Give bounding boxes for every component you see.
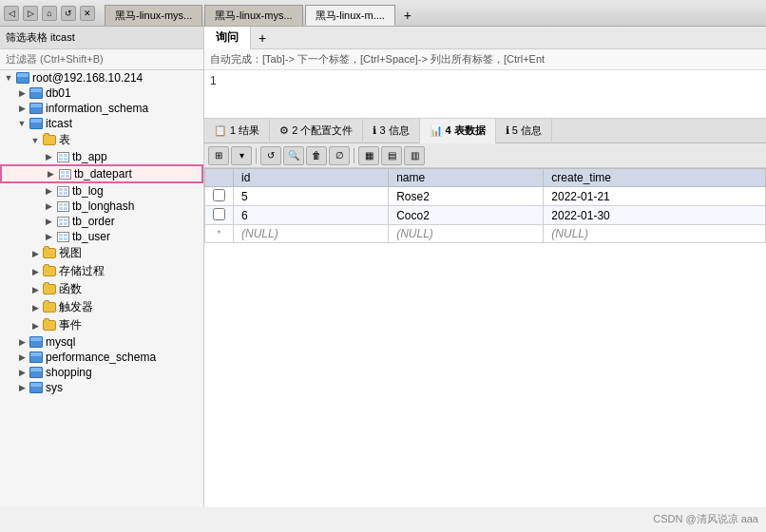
- query-tab-main[interactable]: 询问: [204, 27, 251, 49]
- expand-icon-shopping[interactable]: ▶: [15, 366, 29, 379]
- nav-forward[interactable]: ▷: [23, 6, 38, 21]
- expand-icon-db01[interactable]: ▶: [15, 86, 29, 100]
- expand-icon-information_schema[interactable]: ▶: [15, 102, 29, 115]
- tree-label-funcs_folder: 函数: [59, 281, 82, 297]
- tree-label-performance_schema: performance_schema: [46, 351, 156, 364]
- result-tab-label-0: 1 结果: [230, 124, 259, 138]
- result-tab-2[interactable]: ℹ3 信息: [363, 119, 419, 143]
- right-panel: 询问 + 自动完成：[Tab]-> 下一个标签，[Ctrl+Space]-> 列…: [204, 27, 766, 507]
- toolbar-filter-btn[interactable]: 🔍: [283, 146, 304, 165]
- expand-icon-tb_datepart[interactable]: ▶: [44, 167, 57, 180]
- tab-3-active[interactable]: 黑马-linux-m....: [305, 5, 395, 26]
- tree-label-root: root@192.168.10.214: [32, 71, 143, 85]
- toolbar-col3-btn[interactable]: ▥: [404, 146, 425, 165]
- tree-item-tb_log[interactable]: ▶tb_log: [0, 183, 203, 199]
- toolbar-col2-btn[interactable]: ▤: [381, 146, 402, 165]
- table-row[interactable]: 5Rose22022-01-21: [205, 187, 766, 206]
- query-editor[interactable]: 1: [204, 70, 766, 118]
- item-icon-itcast: [29, 117, 44, 130]
- tab-bar: 黑马-linux-mys... 黑马-linux-mys... 黑马-linux…: [103, 0, 762, 26]
- result-tab-1[interactable]: ⚙2 个配置文件: [270, 119, 363, 143]
- tree-item-tb_order[interactable]: ▶tb_order: [0, 214, 203, 229]
- cell-id: 6: [234, 206, 389, 225]
- expand-icon-funcs_folder[interactable]: ▶: [29, 283, 42, 296]
- tree-item-mysql[interactable]: ▶mysql: [0, 334, 203, 350]
- tree-item-root[interactable]: ▼root@192.168.10.214: [0, 70, 203, 86]
- tree-item-tables_folder[interactable]: ▼表: [0, 131, 203, 149]
- tree-item-itcast[interactable]: ▼itcast: [0, 116, 203, 131]
- result-tab-0[interactable]: 📋1 结果: [204, 119, 270, 143]
- stop-btn[interactable]: ✕: [80, 6, 95, 21]
- result-tab-label-1: 2 个配置文件: [292, 124, 353, 138]
- tab-1[interactable]: 黑马-linux-mys...: [105, 5, 202, 26]
- expand-icon-tb_user[interactable]: ▶: [42, 230, 55, 243]
- expand-icon-tb_order[interactable]: ▶: [42, 215, 55, 228]
- expand-icon-mysql[interactable]: ▶: [15, 335, 29, 349]
- table-row[interactable]: *(NULL)(NULL)(NULL): [205, 225, 766, 243]
- tree-item-events_folder[interactable]: ▶事件: [0, 316, 203, 334]
- tree-item-db01[interactable]: ▶db01: [0, 86, 203, 101]
- nav-back[interactable]: ◁: [4, 6, 19, 21]
- tree-label-db01: db01: [46, 86, 71, 100]
- tree-item-tb_app[interactable]: ▶tb_app: [0, 149, 203, 164]
- cell-name: (NULL): [389, 225, 544, 243]
- table-row[interactable]: 6Coco22022-01-30: [205, 206, 766, 225]
- item-icon-procs_folder: [42, 265, 57, 278]
- expand-icon-sys[interactable]: ▶: [15, 381, 29, 394]
- expand-icon-itcast[interactable]: ▼: [15, 117, 29, 130]
- expand-icon-tb_longhash[interactable]: ▶: [42, 200, 55, 213]
- expand-icon-procs_folder[interactable]: ▶: [29, 265, 42, 278]
- tree-label-information_schema: information_schema: [46, 102, 148, 115]
- expand-icon-events_folder[interactable]: ▶: [29, 319, 42, 332]
- tree-label-itcast: itcast: [46, 117, 72, 130]
- tab-add-button[interactable]: +: [397, 5, 418, 26]
- toolbar-null-btn[interactable]: ∅: [329, 146, 350, 165]
- tree-label-tb_log: tb_log: [72, 184, 104, 198]
- tree-item-views_folder[interactable]: ▶视图: [0, 244, 203, 262]
- tree-item-procs_folder[interactable]: ▶存储过程: [0, 262, 203, 280]
- toolbar-dropdown-btn[interactable]: ▾: [231, 146, 252, 165]
- cell-name: Rose2: [389, 187, 544, 206]
- toolbar-delete-btn[interactable]: 🗑: [306, 146, 327, 165]
- expand-icon-root[interactable]: ▼: [2, 71, 15, 85]
- item-icon-tb_datepart: [57, 167, 72, 180]
- tree-item-tb_user[interactable]: ▶tb_user: [0, 229, 203, 244]
- item-icon-information_schema: [29, 102, 44, 115]
- tree-item-tb_datepart[interactable]: ▶tb_datepart: [0, 164, 203, 183]
- expand-icon-tables_folder[interactable]: ▼: [29, 134, 42, 147]
- tree-item-performance_schema[interactable]: ▶performance_schema: [0, 350, 203, 365]
- tree-label-tb_order: tb_order: [72, 215, 115, 228]
- cell-id: 5: [234, 187, 389, 206]
- tree-item-shopping[interactable]: ▶shopping: [0, 365, 203, 380]
- expand-icon-triggers_folder[interactable]: ▶: [29, 301, 42, 314]
- home-btn[interactable]: ⌂: [42, 6, 57, 21]
- tree-item-sys[interactable]: ▶sys: [0, 380, 203, 395]
- expand-icon-performance_schema[interactable]: ▶: [15, 351, 29, 364]
- result-tab-icon-0: 📋: [214, 124, 227, 137]
- tree-item-funcs_folder[interactable]: ▶函数: [0, 280, 203, 298]
- toolbar-refresh-btn[interactable]: ↺: [260, 146, 281, 165]
- refresh-btn[interactable]: ↺: [61, 6, 76, 21]
- query-tab-add[interactable]: +: [251, 30, 274, 46]
- expand-icon-tb_app[interactable]: ▶: [42, 150, 55, 163]
- sidebar-filter[interactable]: 过滤器 (Ctrl+Shift+B): [0, 49, 203, 70]
- tree-label-tb_user: tb_user: [72, 230, 110, 243]
- tab-2[interactable]: 黑马-linux-mys...: [204, 5, 302, 26]
- tree-item-information_schema[interactable]: ▶information_schema: [0, 101, 203, 116]
- toolbar-col1-btn[interactable]: ▦: [358, 146, 379, 165]
- watermark: CSDN @清风说凉 aaa: [653, 512, 758, 526]
- toolbar-grid-btn[interactable]: ⊞: [208, 146, 229, 165]
- item-icon-views_folder: [42, 247, 57, 260]
- tree-item-triggers_folder[interactable]: ▶触发器: [0, 298, 203, 316]
- tree-label-tb_app: tb_app: [72, 150, 107, 163]
- result-tab-label-3: 4 表数据: [446, 124, 486, 138]
- expand-icon-views_folder[interactable]: ▶: [29, 247, 42, 260]
- tree-label-triggers_folder: 触发器: [59, 299, 93, 315]
- result-tab-4[interactable]: ℹ5 信息: [496, 119, 552, 143]
- result-tab-3[interactable]: 📊4 表数据: [420, 119, 496, 143]
- item-icon-triggers_folder: [42, 301, 57, 314]
- col-header-id: id: [234, 169, 389, 187]
- expand-icon-tb_log[interactable]: ▶: [42, 184, 55, 198]
- tree-item-tb_longhash[interactable]: ▶tb_longhash: [0, 199, 203, 214]
- cell-id: (NULL): [234, 225, 389, 243]
